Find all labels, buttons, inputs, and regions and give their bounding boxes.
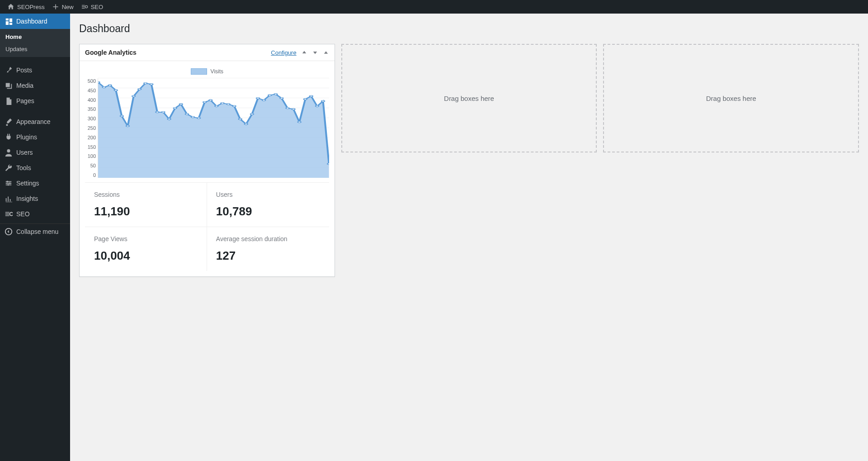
seo-icon bbox=[5, 210, 13, 218]
svg-point-0 bbox=[85, 5, 87, 8]
wrench-icon bbox=[5, 164, 13, 172]
adminbar-new[interactable]: New bbox=[48, 0, 77, 14]
stats-grid: Sessions11,190Users10,789Page Views10,00… bbox=[85, 182, 329, 271]
stat-label: Users bbox=[216, 191, 320, 198]
drop-zone[interactable]: Drag boxes here bbox=[603, 44, 859, 152]
svg-point-13 bbox=[132, 95, 135, 97]
svg-point-26 bbox=[209, 100, 212, 101]
sidebar-item-posts[interactable]: Posts bbox=[0, 62, 70, 78]
pin-icon bbox=[5, 66, 13, 74]
svg-point-32 bbox=[245, 124, 248, 125]
svg-point-37 bbox=[274, 94, 277, 95]
page-title: Dashboard bbox=[79, 23, 859, 35]
stat-label: Page Views bbox=[94, 235, 198, 242]
sidebar-subitem-updates[interactable]: Updates bbox=[0, 43, 70, 55]
svg-point-10 bbox=[114, 90, 118, 91]
svg-point-8 bbox=[103, 86, 106, 88]
svg-point-29 bbox=[226, 104, 230, 105]
collapse-icon bbox=[5, 228, 13, 236]
y-tick: 400 bbox=[85, 97, 96, 103]
sidebar-item-label: Media bbox=[16, 82, 33, 89]
sidebar-item-label: Insights bbox=[16, 195, 38, 202]
svg-point-21 bbox=[179, 104, 183, 105]
y-tick: 350 bbox=[85, 106, 96, 112]
svg-point-11 bbox=[120, 115, 123, 117]
plug-icon bbox=[5, 133, 13, 141]
legend-label: Visits bbox=[211, 68, 223, 75]
svg-point-25 bbox=[203, 101, 206, 103]
svg-point-45 bbox=[321, 100, 325, 102]
drop-zone-label: Drag boxes here bbox=[706, 95, 756, 102]
sidebar-item-appearance[interactable]: Appearance bbox=[0, 114, 70, 129]
stat-card: Sessions11,190 bbox=[85, 183, 207, 227]
sidebar-item-users[interactable]: Users bbox=[0, 145, 70, 160]
sidebar-item-label: Appearance bbox=[16, 118, 51, 125]
move-down-button[interactable] bbox=[312, 49, 318, 56]
user-icon bbox=[5, 148, 13, 157]
svg-point-12 bbox=[126, 125, 129, 127]
stat-value: 10,789 bbox=[216, 204, 320, 219]
stat-value: 127 bbox=[216, 249, 320, 263]
sidebar-item-seo[interactable]: SEO bbox=[0, 206, 70, 222]
dashboard-icon bbox=[5, 17, 13, 25]
adminbar-site[interactable]: SEOPress bbox=[4, 0, 48, 14]
widget-title: Google Analytics bbox=[85, 49, 137, 56]
chart-y-axis: 500450400350300250200150100500 bbox=[85, 78, 98, 178]
seo-icon bbox=[81, 3, 88, 10]
sidebar-item-media[interactable]: Media bbox=[0, 78, 70, 93]
svg-point-1 bbox=[7, 149, 10, 152]
dashboard-column-1: Google Analytics Configure Visits 50045 bbox=[79, 44, 335, 277]
admin-sidebar: DashboardHomeUpdatesPostsMediaPagesAppea… bbox=[0, 14, 70, 461]
y-tick: 250 bbox=[85, 125, 96, 131]
svg-point-38 bbox=[280, 97, 283, 99]
sidebar-item-plugins[interactable]: Plugins bbox=[0, 129, 70, 145]
adminbar-site-label: SEOPress bbox=[17, 4, 45, 10]
visits-chart: 500450400350300250200150100500 bbox=[85, 78, 329, 178]
sidebar-item-settings[interactable]: Settings bbox=[0, 176, 70, 191]
sidebar-item-insights[interactable]: Insights bbox=[0, 191, 70, 206]
svg-point-18 bbox=[161, 111, 165, 113]
stat-value: 10,004 bbox=[94, 249, 198, 263]
svg-point-46 bbox=[327, 163, 329, 165]
svg-point-31 bbox=[239, 119, 242, 120]
svg-point-44 bbox=[316, 105, 319, 107]
sidebar-item-label: Plugins bbox=[16, 133, 37, 141]
widget-header: Google Analytics Configure bbox=[80, 44, 335, 61]
svg-point-16 bbox=[150, 84, 153, 85]
svg-point-34 bbox=[256, 97, 259, 99]
collapse-menu-button[interactable]: Collapse menu bbox=[0, 223, 70, 239]
drop-zone[interactable]: Drag boxes here bbox=[341, 44, 597, 152]
sidebar-item-label: Dashboard bbox=[16, 18, 47, 25]
dashboard-column-3: Drag boxes here bbox=[603, 44, 859, 152]
adminbar-seo-label: SEO bbox=[91, 4, 103, 10]
content-area: Dashboard Google Analytics Configure bbox=[70, 14, 868, 295]
svg-point-5 bbox=[10, 212, 13, 215]
collapse-label: Collapse menu bbox=[16, 228, 58, 235]
stat-card: Page Views10,004 bbox=[85, 227, 207, 271]
sidebar-item-label: Posts bbox=[16, 67, 32, 74]
legend-swatch bbox=[191, 68, 207, 75]
move-up-button[interactable] bbox=[301, 49, 307, 56]
sidebar-subitem-home[interactable]: Home bbox=[0, 31, 70, 43]
chart-series bbox=[98, 78, 329, 178]
sidebar-item-pages[interactable]: Pages bbox=[0, 93, 70, 109]
y-tick: 50 bbox=[85, 163, 96, 168]
sidebar-item-dashboard[interactable]: Dashboard bbox=[0, 14, 70, 29]
brush-icon bbox=[5, 118, 13, 126]
toggle-widget-button[interactable] bbox=[323, 49, 329, 56]
svg-point-4 bbox=[7, 184, 9, 186]
svg-point-22 bbox=[185, 114, 189, 115]
svg-point-24 bbox=[197, 117, 200, 119]
dashboard-column-2: Drag boxes here bbox=[341, 44, 597, 152]
y-tick: 500 bbox=[85, 78, 96, 84]
sidebar-item-label: Users bbox=[16, 149, 33, 156]
configure-link[interactable]: Configure bbox=[271, 49, 296, 56]
sidebar-item-tools[interactable]: Tools bbox=[0, 160, 70, 176]
y-tick: 300 bbox=[85, 116, 96, 121]
adminbar-seo[interactable]: SEO bbox=[77, 0, 107, 14]
y-tick: 150 bbox=[85, 144, 96, 150]
svg-point-15 bbox=[144, 82, 147, 84]
svg-point-41 bbox=[298, 121, 301, 123]
svg-point-3 bbox=[9, 182, 11, 184]
svg-point-17 bbox=[156, 111, 159, 113]
